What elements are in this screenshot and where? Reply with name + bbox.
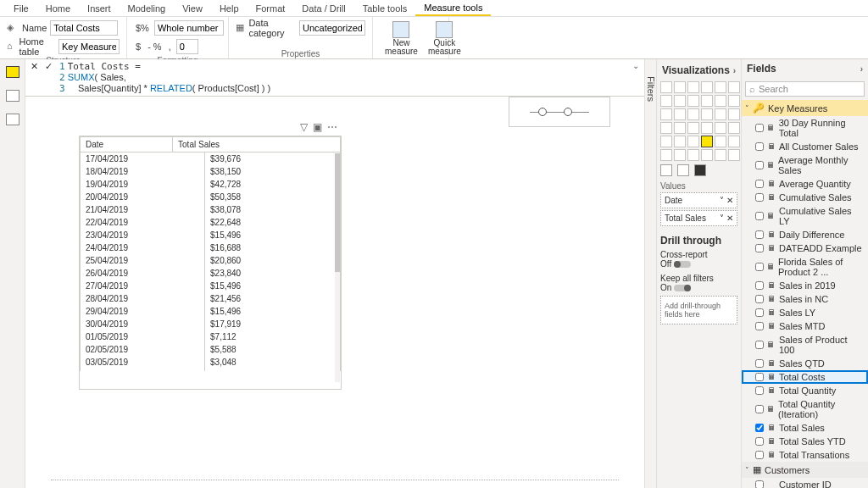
viz-type-icon[interactable] [728, 95, 740, 107]
field-item[interactable]: 🖩Florida Sales of Product 2 ... [742, 255, 868, 279]
column-header[interactable]: Date [81, 137, 173, 152]
menu-file[interactable]: File [5, 2, 37, 15]
field-checkbox[interactable] [755, 359, 764, 368]
viz-type-icon[interactable] [728, 136, 740, 147]
date-slicer-visual[interactable] [509, 97, 610, 127]
field-item[interactable]: 🖩Total Sales YTD [742, 435, 868, 448]
expand-formula-icon[interactable]: ⌄ [632, 61, 639, 70]
field-item[interactable]: 🖩Sales in 2019 [742, 279, 868, 292]
viz-type-icon[interactable] [701, 149, 713, 161]
viz-type-icon[interactable] [715, 136, 726, 147]
field-checkbox[interactable] [755, 281, 764, 290]
field-item[interactable]: 🖩Total Sales [742, 421, 868, 435]
menu-table-tools[interactable]: Table tools [354, 2, 416, 15]
filters-pane-collapsed[interactable]: Filters [644, 59, 656, 488]
table-row[interactable]: 28/04/2019$21,456 [81, 292, 341, 305]
field-item[interactable]: 🖩Average Monthly Sales [742, 153, 868, 177]
well-date[interactable]: Date˅ ✕ [660, 192, 737, 208]
field-item[interactable]: 🖩Total Transations [742, 448, 868, 462]
field-item[interactable]: 🖩30 Day Running Total [742, 116, 868, 140]
field-item[interactable]: 🖩Total Quantity (Iteration) [742, 397, 868, 421]
table-row[interactable]: 01/05/2019$7,112 [81, 330, 341, 343]
decimals-input[interactable] [176, 39, 198, 54]
viz-type-icon[interactable] [701, 81, 713, 93]
table-row[interactable]: 19/04/2019$42,728 [81, 178, 341, 191]
comma-button[interactable]: , [167, 42, 173, 52]
viz-type-icon[interactable] [660, 95, 672, 107]
table-row[interactable]: 03/05/2019$3,048 [81, 356, 341, 369]
menu-insert[interactable]: Insert [79, 2, 120, 15]
viz-type-icon[interactable] [687, 122, 699, 134]
field-item[interactable]: 🖩Sales in NC [742, 292, 868, 306]
table-scrollbar[interactable] [335, 153, 340, 382]
field-checkbox[interactable] [755, 295, 764, 303]
viz-type-icon[interactable] [715, 108, 726, 120]
analytics-tab-icon[interactable] [694, 164, 706, 176]
viz-type-icon[interactable] [674, 149, 686, 161]
field-item[interactable]: 🖩Total Quantity [742, 384, 868, 397]
viz-type-icon[interactable] [701, 136, 713, 147]
field-checkbox[interactable] [755, 244, 764, 252]
viz-type-icon[interactable] [674, 136, 686, 147]
menu-help[interactable]: Help [211, 2, 248, 15]
field-checkbox[interactable] [755, 230, 764, 239]
viz-type-icon[interactable] [687, 136, 699, 147]
collapse-fields-icon[interactable]: › [860, 64, 863, 74]
field-checkbox[interactable] [755, 451, 764, 459]
viz-type-icon[interactable] [687, 108, 699, 120]
field-item[interactable]: Customer ID [742, 478, 868, 488]
field-checkbox[interactable] [755, 193, 764, 202]
viz-type-icon[interactable] [660, 136, 672, 147]
menu-format[interactable]: Format [248, 2, 294, 15]
commit-icon[interactable]: ✓ [45, 61, 53, 72]
cross-report-toggle[interactable] [674, 261, 691, 268]
field-item[interactable]: 🖩Sales LY [742, 306, 868, 319]
data-view-icon[interactable] [6, 90, 19, 102]
field-checkbox[interactable] [755, 308, 764, 317]
table-row[interactable]: 24/04/2019$16,688 [81, 241, 341, 254]
field-checkbox[interactable] [755, 180, 764, 188]
menu-modeling[interactable]: Modeling [120, 2, 175, 15]
table-row[interactable]: 27/04/2019$15,496 [81, 280, 341, 292]
viz-type-icon[interactable] [674, 95, 686, 107]
field-checkbox[interactable] [755, 263, 764, 271]
viz-type-icon[interactable] [687, 149, 699, 161]
menu-home[interactable]: Home [37, 2, 79, 15]
field-checkbox[interactable] [755, 124, 764, 132]
focus-icon[interactable]: ▣ [313, 121, 322, 133]
field-item[interactable]: 🖩DATEADD Example [742, 241, 868, 255]
viz-type-icon[interactable] [674, 122, 686, 134]
table-visual[interactable]: ▽ ▣ ⋯ DateTotal Sales 17/04/2019$39,6761… [79, 136, 342, 390]
viz-type-icon[interactable] [701, 108, 713, 120]
currency-button[interactable]: $ [134, 42, 142, 52]
field-item[interactable]: 🖩All Customer Sales [742, 140, 868, 153]
table-row[interactable]: 02/05/2019$5,588 [81, 343, 341, 356]
percent-button[interactable]: - % [146, 42, 164, 52]
viz-type-icon[interactable] [674, 108, 686, 120]
table-header[interactable]: ˅▦Customers [742, 462, 868, 478]
well-total-sales[interactable]: Total Sales˅ ✕ [660, 210, 737, 226]
field-item[interactable]: 🖩Cumulative Sales LY [742, 204, 868, 228]
field-checkbox[interactable] [755, 212, 764, 220]
drill-through-well[interactable]: Add drill-through fields here [660, 296, 737, 324]
field-checkbox[interactable] [755, 341, 764, 349]
menu-view[interactable]: View [174, 2, 211, 15]
field-checkbox[interactable] [755, 405, 764, 413]
viz-type-icon[interactable] [660, 108, 672, 120]
fields-search-input[interactable]: ⌕Search [745, 81, 865, 97]
field-item[interactable]: 🖩Sales of Product 100 [742, 333, 868, 357]
field-item[interactable]: 🖩Sales MTD [742, 319, 868, 333]
table-row[interactable]: 20/04/2019$50,358 [81, 191, 341, 203]
keep-filters-toggle[interactable] [674, 285, 691, 291]
filter-icon[interactable]: ▽ [300, 121, 308, 133]
field-item[interactable]: 🖩Cumulative Sales [742, 191, 868, 204]
viz-type-icon[interactable] [687, 81, 699, 93]
viz-type-icon[interactable] [660, 81, 672, 93]
fields-tab-icon[interactable] [660, 164, 672, 176]
table-row[interactable]: 21/04/2019$38,078 [81, 203, 341, 216]
viz-type-icon[interactable] [728, 149, 740, 161]
viz-type-icon[interactable] [715, 149, 726, 161]
menu-measure-tools[interactable]: Measure tools [415, 1, 491, 16]
new-measure-button[interactable]: New measure [380, 19, 423, 58]
viz-type-icon[interactable] [660, 122, 672, 134]
